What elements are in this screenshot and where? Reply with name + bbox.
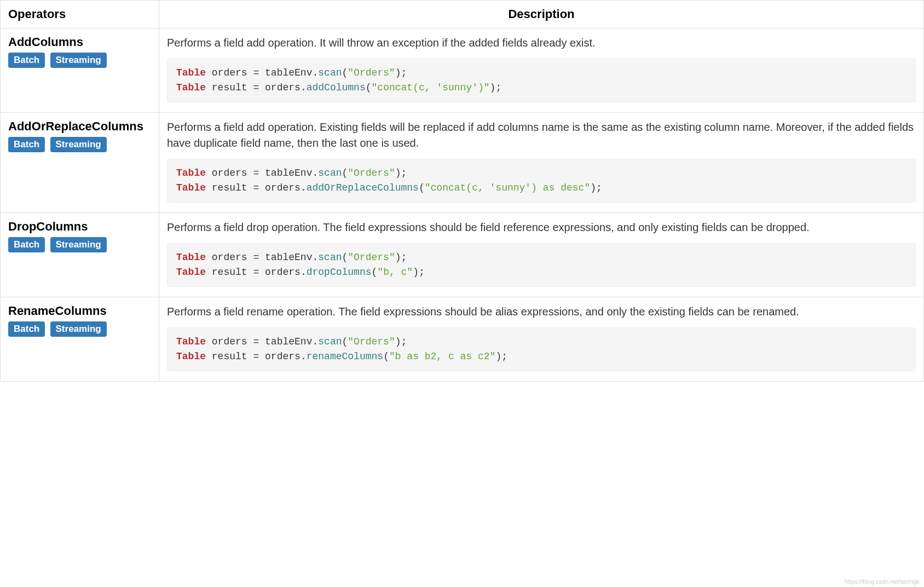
code-token: renameColumns xyxy=(307,351,383,362)
table-row: RenameColumns Batch Streaming Performs a… xyxy=(1,297,924,382)
code-token: ( xyxy=(383,351,389,362)
code-token: tableEnv xyxy=(259,67,312,78)
operator-cell: AddOrReplaceColumns Batch Streaming xyxy=(1,113,159,213)
code-token: orders xyxy=(206,252,253,263)
operator-cell: DropColumns Batch Streaming xyxy=(1,213,159,297)
code-token: addColumns xyxy=(307,82,366,93)
table-header-row: Operators Description xyxy=(1,1,924,28)
code-token: ( xyxy=(342,252,348,263)
code-token: orders xyxy=(259,267,301,278)
code-token: = xyxy=(253,82,259,93)
code-token: ); xyxy=(495,351,507,362)
code-token: "Orders" xyxy=(348,252,395,263)
code-token: result xyxy=(206,351,253,362)
operator-name: DropColumns xyxy=(8,220,151,234)
code-token: = xyxy=(253,351,259,362)
batch-badge: Batch xyxy=(8,137,45,152)
code-token: Table xyxy=(176,336,206,347)
code-token: orders xyxy=(259,82,301,93)
streaming-badge: Streaming xyxy=(50,53,107,68)
operator-cell: RenameColumns Batch Streaming xyxy=(1,297,159,382)
code-block: Table orders = tableEnv.scan("Orders"); … xyxy=(167,59,916,102)
code-token: orders xyxy=(259,351,301,362)
code-token: orders xyxy=(259,182,301,193)
table-row: DropColumns Batch Streaming Performs a f… xyxy=(1,213,924,297)
code-token: = xyxy=(253,67,259,78)
operators-table: Operators Description AddColumns Batch S… xyxy=(0,0,924,382)
code-token: "concat(c, 'sunny') as desc" xyxy=(425,182,590,193)
code-token: = xyxy=(253,168,259,179)
code-token: orders xyxy=(206,336,253,347)
code-token: tableEnv xyxy=(259,252,312,263)
streaming-badge: Streaming xyxy=(50,321,107,337)
description-text: Performs a field add operation. Existing… xyxy=(167,119,916,151)
table-row: AddColumns Batch Streaming Performs a fi… xyxy=(1,28,924,113)
code-token: ( xyxy=(342,168,348,179)
code-token: Table xyxy=(176,351,206,362)
code-token: ); xyxy=(590,182,602,193)
code-token: Table xyxy=(176,82,206,93)
code-token: ); xyxy=(395,336,407,347)
code-token: ( xyxy=(372,267,378,278)
description-text: Performs a field drop operation. The fie… xyxy=(167,220,916,235)
code-token: ( xyxy=(342,336,348,347)
streaming-badge: Streaming xyxy=(50,237,107,252)
operator-name: RenameColumns xyxy=(8,304,151,318)
code-token: ( xyxy=(419,182,425,193)
description-cell: Performs a field add operation. Existing… xyxy=(159,113,924,213)
code-token: "b as b2, c as c2" xyxy=(389,351,495,362)
code-token: ( xyxy=(342,67,348,78)
code-token: ); xyxy=(395,252,407,263)
code-token: "Orders" xyxy=(348,336,395,347)
code-token: . xyxy=(301,267,307,278)
streaming-badge: Streaming xyxy=(50,137,107,152)
batch-badge: Batch xyxy=(8,53,45,68)
code-token: ); xyxy=(395,168,407,179)
description-text: Performs a field add operation. It will … xyxy=(167,35,916,51)
code-token: tableEnv xyxy=(259,168,312,179)
code-token: . xyxy=(312,336,318,347)
code-token: ); xyxy=(490,82,502,93)
batch-badge: Batch xyxy=(8,237,45,252)
code-token: dropColumns xyxy=(307,267,372,278)
code-token: . xyxy=(312,67,318,78)
code-token: result xyxy=(206,182,253,193)
description-cell: Performs a field rename operation. The f… xyxy=(159,297,924,382)
code-token: scan xyxy=(318,336,342,347)
header-operators: Operators xyxy=(1,1,159,28)
code-token: . xyxy=(312,168,318,179)
code-token: tableEnv xyxy=(259,336,312,347)
code-block: Table orders = tableEnv.scan("Orders"); … xyxy=(167,243,916,287)
code-token: = xyxy=(253,252,259,263)
code-token: result xyxy=(206,267,253,278)
code-token: ); xyxy=(395,67,407,78)
batch-badge: Batch xyxy=(8,321,45,337)
code-token: "concat(c, 'sunny')" xyxy=(372,82,490,93)
description-cell: Performs a field add operation. It will … xyxy=(159,28,924,113)
code-token: orders xyxy=(206,67,253,78)
header-description: Description xyxy=(159,1,924,28)
code-token: Table xyxy=(176,182,206,193)
code-token: scan xyxy=(318,67,342,78)
code-token: . xyxy=(301,82,307,93)
code-token: = xyxy=(253,267,259,278)
code-token: ( xyxy=(366,82,372,93)
code-token: Table xyxy=(176,267,206,278)
code-token: = xyxy=(253,182,259,193)
code-token: scan xyxy=(318,252,342,263)
code-token: scan xyxy=(318,168,342,179)
operator-cell: AddColumns Batch Streaming xyxy=(1,28,159,113)
code-token: Table xyxy=(176,67,206,78)
operator-name: AddOrReplaceColumns xyxy=(8,119,151,134)
code-token: addOrReplaceColumns xyxy=(307,182,419,193)
code-token: . xyxy=(301,351,307,362)
code-token: "Orders" xyxy=(348,168,395,179)
code-token: "b, c" xyxy=(377,267,413,278)
code-token: result xyxy=(206,82,253,93)
description-text: Performs a field rename operation. The f… xyxy=(167,304,916,320)
code-block: Table orders = tableEnv.scan("Orders"); … xyxy=(167,327,916,371)
code-token: Table xyxy=(176,252,206,263)
code-token: "Orders" xyxy=(348,67,395,78)
code-token: . xyxy=(301,182,307,193)
description-cell: Performs a field drop operation. The fie… xyxy=(159,213,924,297)
